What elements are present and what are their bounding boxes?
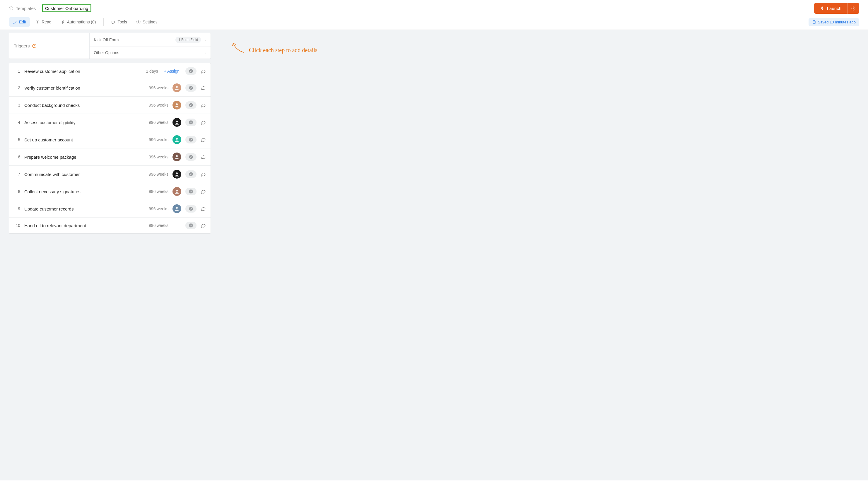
star-icon[interactable]: [9, 6, 13, 11]
tab-tools[interactable]: Tools: [107, 17, 131, 27]
svg-point-14: [176, 207, 178, 209]
comment-icon[interactable]: [200, 137, 206, 142]
tab-automations-label: Automations (0): [67, 20, 96, 24]
tab-read[interactable]: Read: [31, 17, 55, 27]
hint-text: Click each step to add details: [249, 47, 317, 54]
step-number: 6: [14, 155, 20, 159]
comment-icon[interactable]: [200, 120, 206, 125]
divider: [103, 18, 104, 26]
avatar[interactable]: [173, 170, 181, 179]
comment-icon[interactable]: [200, 68, 206, 74]
chevron-right-icon: ›: [205, 51, 206, 55]
step-due: 996 weeks: [145, 120, 168, 125]
comment-icon[interactable]: [200, 223, 206, 228]
tab-settings[interactable]: Settings: [132, 17, 162, 27]
breadcrumb-current[interactable]: Customer Onboarding: [42, 4, 92, 12]
step-due: 996 weeks: [145, 223, 168, 228]
step-complete-toggle[interactable]: [185, 153, 196, 161]
step-row[interactable]: 9Update customer records996 weeks: [9, 200, 211, 218]
comment-icon[interactable]: [200, 189, 206, 194]
trigger-kick-off[interactable]: Kick Off Form 1 Form Field ›: [90, 33, 211, 47]
form-field-pill: 1 Form Field: [176, 37, 201, 43]
step-complete-toggle[interactable]: [185, 67, 196, 75]
svg-point-11: [176, 155, 178, 157]
step-row[interactable]: 3Conduct background checks996 weeks: [9, 97, 211, 114]
step-number: 8: [14, 189, 20, 194]
svg-point-12: [176, 172, 178, 174]
breadcrumb-root[interactable]: Templates: [16, 6, 36, 11]
avatar[interactable]: [173, 135, 181, 144]
step-complete-toggle[interactable]: [185, 119, 196, 126]
assign-link[interactable]: + Assign: [162, 69, 181, 73]
tab-edit-label: Edit: [19, 20, 26, 24]
comment-icon[interactable]: [200, 206, 206, 212]
step-title: Review customer application: [24, 69, 131, 74]
step-complete-toggle[interactable]: [185, 136, 196, 143]
help-icon[interactable]: [32, 44, 37, 48]
step-complete-toggle[interactable]: [185, 84, 196, 92]
step-row[interactable]: 7Communicate with customer996 weeks: [9, 166, 211, 183]
steps-list: 1Review customer application1 days+ Assi…: [9, 63, 211, 234]
step-complete-toggle[interactable]: [185, 101, 196, 109]
svg-point-3: [114, 23, 114, 24]
step-row[interactable]: 4Assess customer eligibility996 weeks: [9, 114, 211, 131]
avatar[interactable]: [173, 187, 181, 196]
tab-automations[interactable]: Automations (0): [57, 17, 100, 27]
svg-point-2: [113, 23, 113, 24]
tab-edit[interactable]: Edit: [9, 17, 30, 27]
step-number: 1: [14, 69, 20, 73]
avatar[interactable]: [173, 84, 181, 92]
step-row[interactable]: 10Hand off to relevant department996 wee…: [9, 218, 211, 233]
step-row[interactable]: 6Prepare welcome package996 weeks: [9, 149, 211, 166]
step-number: 4: [14, 120, 20, 125]
comment-icon[interactable]: [200, 171, 206, 177]
svg-point-9: [176, 121, 178, 122]
avatar[interactable]: [173, 204, 181, 213]
step-title: Update customer records: [24, 206, 141, 212]
step-number: 2: [14, 86, 20, 90]
comment-icon[interactable]: [200, 102, 206, 108]
saved-status-text: Saved 10 minutes ago: [818, 20, 856, 24]
trigger-other-options[interactable]: Other Options ›: [90, 47, 211, 59]
comment-icon[interactable]: [200, 85, 206, 91]
step-title: Prepare welcome package: [24, 155, 141, 160]
tab-tools-label: Tools: [118, 20, 127, 24]
launch-button[interactable]: Launch: [814, 3, 847, 14]
chevron-right-icon: ›: [205, 37, 206, 42]
step-title: Communicate with customer: [24, 172, 141, 177]
step-title: Conduct background checks: [24, 103, 141, 108]
step-number: 5: [14, 137, 20, 142]
step-due: 996 weeks: [145, 172, 168, 176]
svg-point-8: [176, 103, 178, 105]
hint-annotation: Click each step to add details: [231, 41, 859, 55]
schedule-button[interactable]: [847, 3, 859, 14]
step-number: 10: [14, 223, 20, 228]
tab-read-label: Read: [41, 20, 51, 24]
triggers-label: Triggers: [9, 33, 90, 59]
step-title: Hand off to relevant department: [24, 223, 141, 228]
chevron-right-icon: ›: [38, 6, 39, 10]
step-row[interactable]: 5Set up customer account996 weeks: [9, 131, 211, 149]
svg-point-10: [176, 138, 178, 140]
trigger-other-label: Other Options: [94, 51, 119, 55]
avatar[interactable]: [173, 153, 181, 161]
comment-icon[interactable]: [200, 154, 206, 160]
avatar[interactable]: [173, 118, 181, 127]
step-row[interactable]: 8Collect necessary signatures996 weeks: [9, 183, 211, 200]
svg-rect-1: [112, 21, 115, 23]
step-complete-toggle[interactable]: [185, 170, 196, 178]
step-due: 996 weeks: [145, 155, 168, 159]
step-title: Set up customer account: [24, 137, 141, 142]
step-complete-toggle[interactable]: [185, 188, 196, 195]
step-due: 996 weeks: [145, 189, 168, 194]
avatar[interactable]: [173, 101, 181, 109]
step-due: 1 days: [135, 69, 158, 73]
step-row[interactable]: 1Review customer application1 days+ Assi…: [9, 63, 211, 79]
step-due: 996 weeks: [145, 86, 168, 90]
step-complete-toggle[interactable]: [185, 222, 196, 229]
step-title: Collect necessary signatures: [24, 189, 141, 194]
step-row[interactable]: 2Verify customer identification996 weeks: [9, 79, 211, 97]
breadcrumb: Templates › Customer Onboarding: [9, 4, 91, 12]
step-complete-toggle[interactable]: [185, 205, 196, 213]
step-number: 3: [14, 103, 20, 107]
